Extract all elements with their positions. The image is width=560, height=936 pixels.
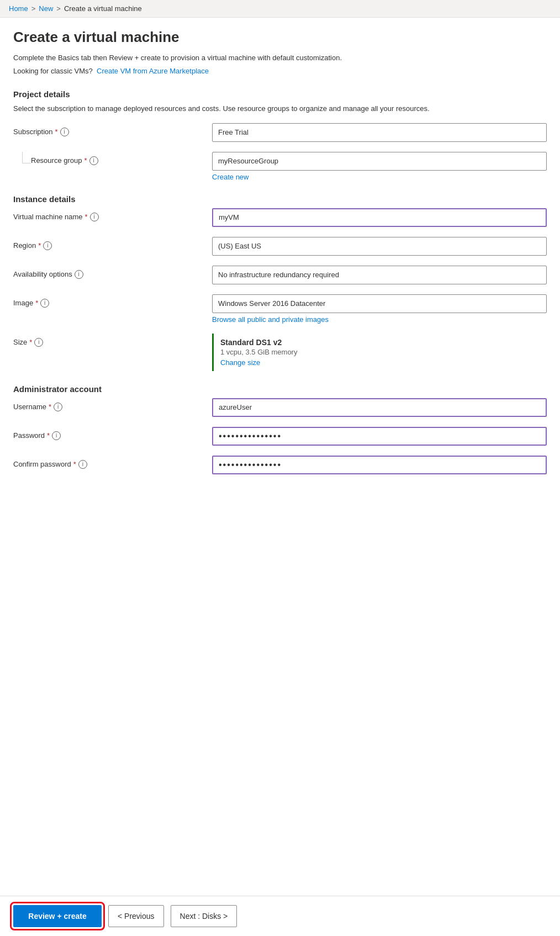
availability-label-col: Availability options i: [13, 266, 212, 279]
browse-images-link[interactable]: Browse all public and private images: [212, 315, 547, 324]
region-label-col: Region * i: [13, 237, 212, 250]
admin-account-title: Administrator account: [13, 384, 547, 394]
project-details-title: Project details: [13, 89, 547, 99]
username-input-col: [212, 398, 547, 417]
size-spec: 1 vcpu, 3.5 GiB memory: [220, 348, 547, 356]
vm-name-row: Virtual machine name * i: [13, 208, 547, 227]
breadcrumb-sep-2: >: [56, 4, 61, 13]
username-label: Username: [13, 403, 46, 411]
confirm-password-label-col: Confirm password * i: [13, 456, 212, 469]
username-input[interactable]: [212, 398, 547, 417]
resource-group-info-icon[interactable]: i: [89, 156, 98, 165]
image-input[interactable]: [212, 294, 547, 313]
availability-input[interactable]: [212, 266, 547, 284]
resource-group-required: *: [84, 156, 87, 165]
region-row: Region * i: [13, 237, 547, 256]
next-button[interactable]: Next : Disks >: [171, 905, 237, 927]
image-label: Image: [13, 299, 33, 307]
vm-name-label: Virtual machine name: [13, 213, 83, 221]
size-required: *: [29, 338, 32, 346]
subscription-row: Subscription * i: [13, 123, 547, 142]
availability-input-col: [212, 266, 547, 284]
size-label-col: Size * i: [13, 334, 212, 347]
subscription-label: Subscription: [13, 128, 53, 136]
password-input[interactable]: [212, 427, 547, 446]
breadcrumb-sep-1: >: [31, 4, 36, 13]
image-label-col: Image * i: [13, 294, 212, 308]
vm-name-info-icon[interactable]: i: [90, 213, 99, 221]
resource-group-label: Resource group: [31, 156, 82, 165]
subscription-required: *: [55, 128, 58, 136]
size-info-block: Standard DS1 v2 1 vcpu, 3.5 GiB memory C…: [212, 334, 547, 371]
username-row: Username * i: [13, 398, 547, 417]
confirm-password-row: Confirm password * i: [13, 456, 547, 474]
classic-vm-text: Looking for classic VMs?: [13, 67, 93, 75]
image-input-col: Browse all public and private images: [212, 294, 547, 324]
subscription-input[interactable]: [212, 123, 547, 142]
password-label: Password: [13, 431, 45, 440]
classic-vm-row: Looking for classic VMs? Create VM from …: [13, 66, 547, 77]
resource-group-row: Resource group * i Create new: [13, 152, 547, 181]
image-info-icon[interactable]: i: [40, 299, 49, 308]
size-info-icon[interactable]: i: [34, 338, 43, 347]
region-input-col: [212, 237, 547, 256]
resource-group-label-col: Resource group * i: [31, 152, 212, 165]
indent-line-v: [22, 152, 23, 163]
breadcrumb-new[interactable]: New: [39, 4, 53, 13]
breadcrumb-current: Create a virtual machine: [64, 4, 142, 13]
confirm-password-input[interactable]: [212, 456, 547, 474]
size-info-col: Standard DS1 v2 1 vcpu, 3.5 GiB memory C…: [212, 334, 547, 371]
password-info-icon[interactable]: i: [52, 431, 61, 440]
resource-group-input-col: Create new: [212, 152, 547, 181]
password-label-col: Password * i: [13, 427, 212, 440]
footer-bar: Review + create < Previous Next : Disks …: [0, 896, 560, 936]
indent-decoration: [13, 152, 31, 163]
instance-details-title: Instance details: [13, 194, 547, 204]
confirm-password-info-icon[interactable]: i: [78, 460, 87, 469]
indent-line-h: [22, 163, 31, 163]
username-info-icon[interactable]: i: [54, 403, 62, 411]
size-label: Size: [13, 338, 27, 346]
page-title: Create a virtual machine: [13, 29, 547, 46]
password-required: *: [47, 431, 50, 440]
resource-group-input[interactable]: [212, 152, 547, 171]
classic-vm-link[interactable]: Create VM from Azure Marketplace: [97, 67, 209, 75]
vm-name-label-col: Virtual machine name * i: [13, 208, 212, 221]
region-input[interactable]: [212, 237, 547, 256]
subscription-label-col: Subscription * i: [13, 123, 212, 136]
vm-name-required: *: [85, 213, 88, 221]
confirm-password-label: Confirm password: [13, 460, 71, 468]
review-create-button[interactable]: Review + create: [13, 905, 102, 927]
previous-button[interactable]: < Previous: [108, 905, 164, 927]
availability-info-icon[interactable]: i: [75, 270, 83, 279]
availability-row: Availability options i: [13, 266, 547, 284]
project-details-desc: Select the subscription to manage deploy…: [13, 103, 547, 114]
breadcrumb: Home > New > Create a virtual machine: [0, 0, 560, 18]
region-info-icon[interactable]: i: [43, 241, 52, 250]
vm-name-input-col: [212, 208, 547, 227]
breadcrumb-home[interactable]: Home: [9, 4, 28, 13]
page-content: Create a virtual machine Complete the Ba…: [0, 18, 560, 540]
username-label-col: Username * i: [13, 398, 212, 411]
username-required: *: [49, 403, 51, 411]
subscription-info-icon[interactable]: i: [60, 128, 69, 136]
create-new-link[interactable]: Create new: [212, 173, 547, 181]
size-name: Standard DS1 v2: [220, 338, 547, 347]
vm-name-input[interactable]: [212, 208, 547, 227]
availability-label: Availability options: [13, 270, 72, 278]
subscription-input-col: [212, 123, 547, 142]
confirm-password-required: *: [73, 460, 76, 468]
region-required: *: [38, 241, 41, 250]
size-row: Size * i Standard DS1 v2 1 vcpu, 3.5 GiB…: [13, 334, 547, 371]
change-size-link[interactable]: Change size: [220, 358, 547, 367]
page-description: Complete the Basics tab then Review + cr…: [13, 52, 547, 64]
image-row: Image * i Browse all public and private …: [13, 294, 547, 324]
password-row: Password * i: [13, 427, 547, 446]
password-input-col: [212, 427, 547, 446]
region-label: Region: [13, 241, 36, 250]
confirm-password-input-col: [212, 456, 547, 474]
image-required: *: [35, 299, 38, 307]
